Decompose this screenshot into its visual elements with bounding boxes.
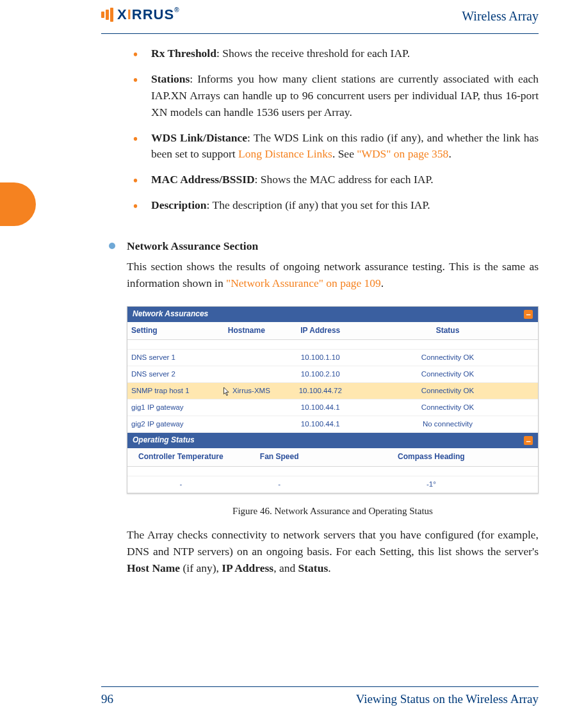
bullet-text: . [448,147,451,160]
logo-bars-icon [101,8,113,22]
link-network-assurance[interactable]: "Network Assurance" on page 109 [226,277,381,289]
cell-host [209,350,283,366]
term: WDS Link/Distance [151,131,247,144]
bold-status: Status [298,562,329,574]
table-row-highlighted: SNMP trap host 1 Xirrus-XMS 10.100.44.72… [127,383,538,400]
text: The Array checks connectivity to network… [127,528,539,558]
col-status: Status [357,322,538,340]
table-row [127,340,538,350]
bullet-wds: WDS Link/Distance: The WDS Link on this … [151,130,539,163]
cell-setting: DNS server 2 [127,366,209,383]
cell-status: Connectivity OK [357,350,538,366]
cell-host [209,366,283,383]
figure-panel: Network Assurances – Setting Hostname IP… [127,306,539,494]
section-text: . [381,277,384,289]
figure-caption: Figure 46. Network Assurance and Operati… [127,504,539,518]
cell-setting: SNMP trap host 1 [127,383,209,400]
table-row: gig1 IP gateway 10.100.44.1 Connectivity… [127,400,538,416]
cell-temp: - [127,476,234,492]
section-heading: Network Assurance Section [127,238,539,255]
cell-status: Connectivity OK [357,383,538,400]
bullet-stations: Stations: Informs you how many client st… [151,71,539,121]
col-hostname: Hostname [209,322,283,340]
cell-host: Xirrus-XMS [209,383,283,400]
side-tab-decoration [0,182,36,226]
panel-title: Network Assurances [133,309,208,320]
cell-ip: 10.100.44.1 [284,416,357,433]
link-long-distance[interactable]: Long Distance Links [238,147,332,160]
text: (if any), [180,562,222,574]
col-ip: IP Address [284,322,357,340]
page-number: 96 [101,692,113,706]
operating-status-table: Controller Temperature Fan Speed Compass… [127,448,538,493]
panel-title: Operating Status [133,435,195,446]
table-header-row: Controller Temperature Fan Speed Compass… [127,448,538,466]
col-setting: Setting [127,322,209,340]
paragraph-after-figure: The Array checks connectivity to network… [127,527,539,577]
cell-setting: gig1 IP gateway [127,400,209,416]
text: , and [273,562,298,574]
term: Description [151,198,207,211]
brand-x: X [117,6,127,22]
cell-host [209,416,283,433]
brand-logo: XIRRUS® [101,6,180,23]
table-row: DNS server 2 10.100.2.10 Connectivity OK [127,366,538,383]
term: Stations [151,72,190,85]
bullet-mac: MAC Address/BSSID: Shows the MAC address… [151,172,539,188]
table-header-row: Setting Hostname IP Address Status [127,322,538,340]
page-header: XIRRUS® Wireless Array [101,0,539,34]
brand-rrus: RRUS [132,6,174,22]
page-footer: 96 Viewing Status on the Wireless Array [101,686,539,706]
bullet-description: Description: The description (if any) th… [151,197,539,214]
link-wds-page[interactable]: "WDS" on page 358 [357,147,448,160]
col-temp: Controller Temperature [127,448,234,466]
cell-setting: DNS server 1 [127,350,209,366]
cell-ip: 10.100.44.72 [284,383,357,400]
bullet-text: : The description (if any) that you set … [207,198,430,211]
collapse-icon[interactable]: – [524,310,533,319]
cell-status: Connectivity OK [357,366,538,383]
table-row: gig2 IP gateway 10.100.44.1 No connectiv… [127,416,538,433]
bullet-list: Rx Threshold: Shows the receive threshol… [151,45,539,214]
header-title: Wireless Array [462,9,539,24]
text: . [328,562,330,574]
registered-mark: ® [174,6,179,13]
cell-ip: 10.100.44.1 [284,400,357,416]
figure-46: Network Assurances – Setting Hostname IP… [127,306,539,577]
section-body: This section shows the results of ongoin… [127,259,539,292]
bold-hostname: Host Name [127,562,180,574]
cell-ip: 10.100.1.10 [284,350,357,366]
bold-ip: IP Address [222,562,273,574]
bullet-text: : Shows the MAC address for each IAP. [255,173,434,186]
term: MAC Address/BSSID [151,173,255,186]
cell-heading: -1° [325,476,538,492]
bullet-text: . See [332,147,357,160]
bullet-text: : Informs you how many client stations a… [151,72,539,118]
col-heading: Compass Heading [325,448,538,466]
cell-ip: 10.100.2.10 [284,366,357,383]
table-row [127,466,538,476]
term: Rx Threshold [151,47,216,60]
network-assurance-table: Setting Hostname IP Address Status DNS s… [127,322,538,433]
bullet-text: : Shows the receive threshold for each I… [216,47,410,60]
brand-i: I [127,6,132,22]
table-row: - - -1° [127,476,538,492]
table-row: DNS server 1 10.100.1.10 Connectivity OK [127,350,538,366]
chapter-title: Viewing Status on the Wireless Array [356,692,539,706]
cell-status: Connectivity OK [357,400,538,416]
brand-text: XIRRUS® [117,6,180,23]
cell-setting: gig2 IP gateway [127,416,209,433]
collapse-icon[interactable]: – [524,436,533,445]
bullet-rx-threshold: Rx Threshold: Shows the receive threshol… [151,45,539,62]
cell-status: No connectivity [357,416,538,433]
cell-host-text: Xirrus-XMS [232,387,270,394]
cell-fan: - [234,476,325,492]
panel-header-operating-status: Operating Status – [127,433,538,448]
col-fan: Fan Speed [234,448,325,466]
panel-header-network-assurances: Network Assurances – [127,307,538,322]
page-content: Rx Threshold: Shows the receive threshol… [101,45,539,577]
cursor-icon [223,386,231,396]
cell-host [209,400,283,416]
